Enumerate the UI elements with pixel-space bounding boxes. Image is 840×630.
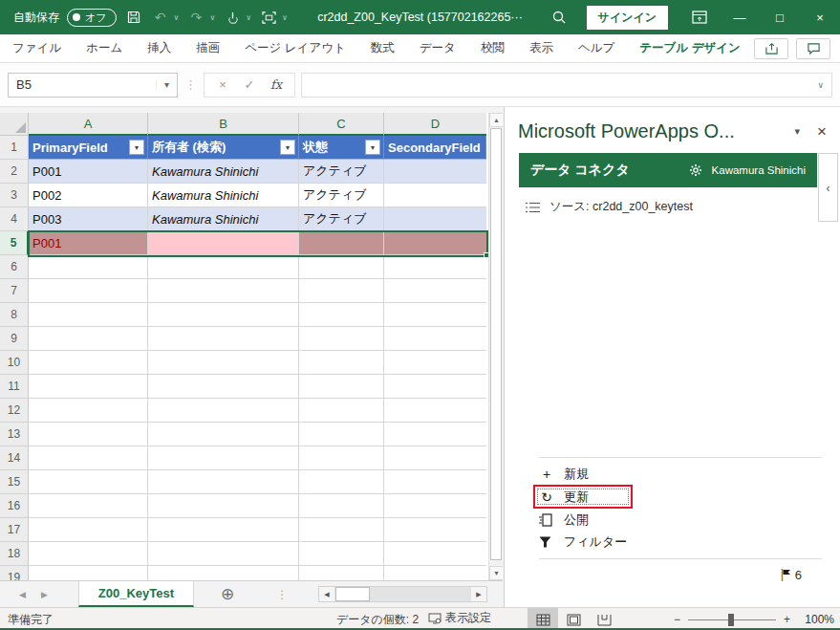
cancel-entry-icon[interactable]: × (210, 77, 235, 92)
settings-gear-icon[interactable] (689, 163, 702, 177)
insert-function-icon[interactable]: fx (264, 77, 289, 92)
row-header-5[interactable]: 5 (0, 231, 29, 255)
search-icon[interactable] (543, 0, 575, 34)
sheet-tab-z00-keytest[interactable]: Z00_KeyTest (78, 581, 194, 607)
vertical-scrollbar[interactable]: ▲ ▼ (488, 113, 503, 580)
confirm-entry-icon[interactable]: ✓ (237, 77, 262, 92)
previous-sheet-icon[interactable]: ◀ (11, 590, 33, 599)
table-header-secondaryfield[interactable]: SecondaryField (384, 136, 486, 160)
cell-c5[interactable] (299, 231, 384, 255)
zoom-slider[interactable] (688, 619, 776, 620)
tab-view[interactable]: 表示 (517, 34, 566, 62)
zoom-out-icon[interactable]: − (674, 613, 680, 626)
display-settings-button[interactable]: 表示設定 (428, 610, 491, 626)
tab-file[interactable]: ファイル (0, 34, 74, 62)
tab-review[interactable]: 校閲 (468, 34, 517, 62)
row-header-1[interactable]: 1 (0, 136, 29, 160)
refresh-button[interactable]: ↻ 更新 (533, 485, 633, 509)
scroll-up-icon[interactable]: ▲ (489, 113, 503, 127)
scroll-left-icon[interactable]: ◀ (319, 587, 334, 601)
normal-view-button[interactable] (528, 608, 558, 630)
publish-button[interactable]: 公開 (533, 509, 633, 531)
filter-dropdown-icon[interactable]: ▾ (280, 140, 295, 155)
tab-home[interactable]: ホーム (74, 34, 135, 62)
redo-icon[interactable]: ↷ (186, 8, 205, 27)
task-pane-close-icon[interactable]: × (817, 122, 827, 141)
task-pane-dropdown-icon[interactable]: ▾ (795, 125, 801, 138)
table-header-status[interactable]: 状態 ▾ (299, 136, 384, 160)
name-box[interactable]: B5 ▾ (8, 73, 178, 98)
tab-page-layout[interactable]: ページ レイアウト (232, 34, 358, 62)
ribbon-display-options-icon[interactable] (679, 0, 720, 34)
select-all-corner[interactable] (0, 113, 29, 136)
scroll-down-icon[interactable]: ▼ (489, 566, 503, 580)
filter-dropdown-icon[interactable]: ▾ (365, 140, 380, 155)
page-break-preview-button[interactable] (589, 608, 619, 630)
new-record-button[interactable]: + 新規 (533, 463, 633, 485)
row-header-2[interactable]: 2 (0, 160, 29, 184)
share-button[interactable] (754, 38, 788, 59)
redo-dropdown-icon[interactable]: ∨ (209, 13, 215, 22)
quick-access-toolbar-chevron-icon[interactable]: ∨ (282, 13, 288, 22)
column-header-d[interactable]: D (384, 113, 486, 136)
name-box-dropdown-icon[interactable]: ▾ (156, 79, 177, 90)
column-header-a[interactable]: A (29, 113, 148, 136)
column-header-c[interactable]: C (299, 113, 384, 136)
toggle-knob-icon (73, 13, 80, 21)
pane-collapse-icon[interactable]: ‹ (818, 153, 838, 222)
touch-mode-dropdown-icon[interactable]: ∨ (246, 13, 251, 22)
filter-dropdown-icon[interactable]: ▾ (129, 140, 144, 155)
filter-button[interactable]: フィルター (533, 531, 633, 553)
new-sheet-icon[interactable]: ⊕ (221, 584, 234, 604)
undo-icon[interactable]: ↶ (151, 8, 170, 27)
zoom-level[interactable]: 100% (798, 613, 834, 626)
tab-draw[interactable]: 描画 (183, 34, 232, 62)
row-header-4[interactable]: 4 (0, 207, 29, 231)
autosave-toggle[interactable]: オフ (67, 9, 117, 27)
cell-a5[interactable]: P001 (29, 231, 148, 255)
cell-b4[interactable]: Kawamura Shinichi (148, 207, 299, 231)
formula-input[interactable]: ∨ (301, 73, 832, 98)
flag-counter[interactable]: 6 (781, 568, 802, 582)
cell-d5[interactable] (384, 231, 486, 255)
cell-d2[interactable] (384, 160, 486, 184)
page-layout-view-button[interactable] (558, 608, 589, 630)
cell-a4[interactable]: P003 (29, 207, 148, 231)
sign-in-button[interactable]: サインイン (587, 6, 668, 30)
column-header-b[interactable]: B (148, 113, 299, 136)
cell-a3[interactable]: P002 (29, 184, 148, 207)
row-header-3[interactable]: 3 (0, 184, 29, 207)
zoom-slider-thumb[interactable] (728, 614, 734, 626)
comments-button[interactable] (796, 38, 830, 59)
screenshot-icon[interactable] (259, 8, 278, 27)
undo-dropdown-icon[interactable]: ∨ (174, 13, 180, 22)
tab-insert[interactable]: 挿入 (135, 34, 183, 62)
cell-c2[interactable]: アクティブ (299, 160, 384, 184)
next-sheet-icon[interactable]: ▶ (33, 590, 55, 599)
tab-data[interactable]: データ (407, 34, 468, 62)
close-button[interactable]: × (800, 0, 840, 34)
tab-formulas[interactable]: 数式 (358, 34, 407, 62)
cell-b2[interactable]: Kawamura Shinichi (148, 160, 299, 184)
cell-d3[interactable] (384, 184, 486, 207)
table-header-owner[interactable]: 所有者 (検索) ▾ (148, 136, 299, 160)
cell-c4[interactable]: アクティブ (299, 207, 384, 231)
cell-a2[interactable]: P001 (29, 160, 148, 184)
cell-b3[interactable]: Kawamura Shinichi (148, 184, 299, 207)
tab-table-design[interactable]: テーブル デザイン (627, 34, 753, 62)
minimize-button[interactable]: — (720, 0, 760, 34)
cell-d4[interactable] (384, 207, 486, 231)
save-icon[interactable] (124, 8, 143, 27)
table-header-primaryfield[interactable]: PrimaryField ▾ (29, 136, 148, 160)
horizontal-scrollbar[interactable]: ◀ ▶ (318, 586, 487, 602)
vertical-scroll-thumb[interactable] (490, 128, 502, 560)
touch-mouse-mode-icon[interactable] (223, 8, 242, 27)
maximize-button[interactable]: □ (760, 0, 800, 34)
zoom-in-icon[interactable]: + (784, 613, 790, 626)
formula-bar-expand-icon[interactable]: ∨ (817, 80, 831, 90)
horizontal-scroll-thumb[interactable] (335, 587, 370, 601)
cell-c3[interactable]: アクティブ (299, 184, 384, 207)
cell-b5-active[interactable] (148, 231, 299, 255)
tab-help[interactable]: ヘルプ (566, 34, 627, 62)
scroll-right-icon[interactable]: ▶ (471, 587, 486, 601)
